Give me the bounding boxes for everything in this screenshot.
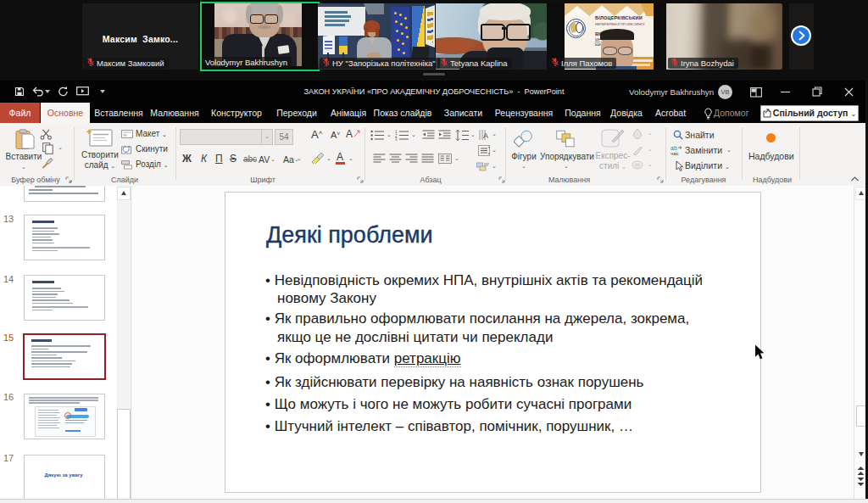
svg-text:3: 3 bbox=[395, 137, 398, 141]
svg-text:A: A bbox=[483, 131, 488, 140]
svg-text:час: час bbox=[670, 151, 678, 155]
svg-text:ab: ab bbox=[670, 145, 677, 151]
